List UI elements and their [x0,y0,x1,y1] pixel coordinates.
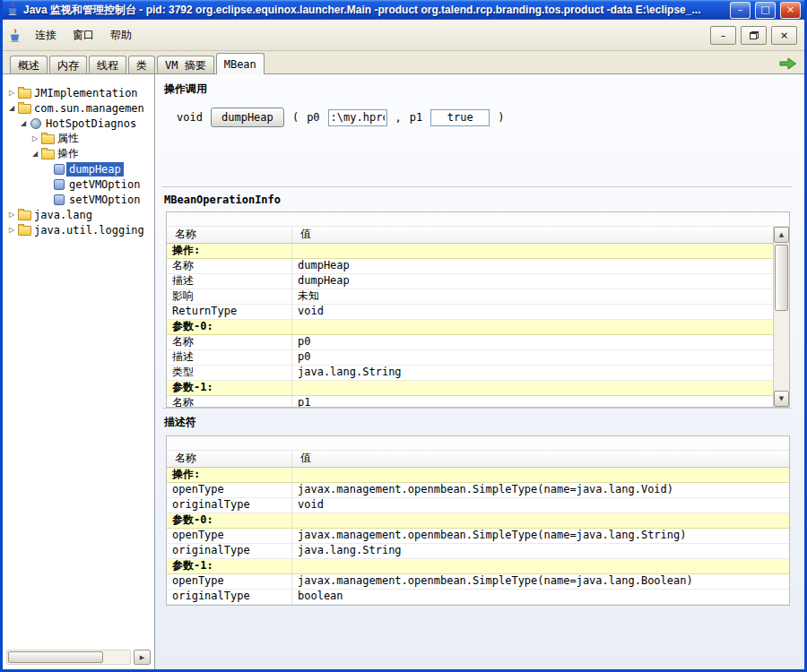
frame-restore-button[interactable] [741,26,767,45]
table-row[interactable]: 类型java.lang.String [167,366,773,381]
tab-overview[interactable]: 概述 [10,56,48,73]
column-header-name[interactable]: 名称 [167,451,292,467]
table-header-spacer [167,212,789,227]
cell-value: java.lang.String [292,366,773,380]
table-row[interactable]: 描述p0 [167,350,773,366]
cell-value: dumpHeap [292,259,773,273]
table-row[interactable]: openTypejavax.management.openmbean.Simpl… [167,574,789,590]
tab-vm-summary[interactable]: VM 摘要 [157,56,214,73]
column-header-value[interactable]: 值 [292,451,789,467]
mbean-tree[interactable]: ▷JMImplementation◢com.sun.managemen◢HotS… [3,74,154,648]
vscrollbar-thumb[interactable] [775,245,788,311]
java-app-icon [6,3,19,18]
table-row[interactable]: openTypejavax.management.openmbean.Simpl… [167,483,789,498]
table-row[interactable]: originalTypeboolean [167,590,789,605]
table-row[interactable]: originalTypevoid [167,498,789,513]
tree-item-com.sun.managemen[interactable]: ◢com.sun.managemen [3,100,154,116]
tree-item-java.lang[interactable]: ▷java.lang [3,207,154,222]
folder-icon [17,224,31,236]
menu-connection[interactable]: 连接 [27,25,65,46]
table-section-row[interactable]: 参数-1: [167,559,789,574]
tree-item-getVMOption[interactable]: getVMOption [3,177,154,192]
hscrollbar-track[interactable] [6,650,131,665]
frame-restore-icon [750,31,759,39]
table-section-row[interactable]: 参数-0: [167,513,789,529]
frame-close-button[interactable]: × [771,26,797,45]
mbean-detail-panel: 操作调用 void dumpHeap ( p0 , p1 ) MBeanOper… [155,74,804,669]
table-row[interactable]: 描述dumpHeap [167,274,773,289]
empty-area [162,606,792,669]
close-button[interactable]: × [780,2,801,19]
frame-minimize-button[interactable]: – [710,26,736,45]
expand-icon[interactable]: ▷ [6,226,17,234]
tree-item-操作[interactable]: ◢操作 [3,146,154,161]
maximize-button[interactable]: □ [755,2,776,19]
column-header-name[interactable]: 名称 [167,227,292,243]
column-header-value[interactable]: 值 [292,227,773,243]
title-bar[interactable]: Java 监视和管理控制台 - pid: 3792 org.eclipse.eq… [3,0,804,20]
table-vertical-scrollbar[interactable]: ▲ ▼ [773,227,789,407]
table-row[interactable]: 名称p1 [167,396,773,407]
p0-input[interactable] [328,109,387,126]
tree-item-属性[interactable]: ▷属性 [3,131,154,146]
tree-item-HotSpotDiagnos[interactable]: ◢HotSpotDiagnos [3,116,154,131]
tree-horizontal-scrollbar[interactable]: ▶ [6,650,151,665]
collapse-icon[interactable]: ◢ [30,150,40,158]
tree-item-label: dumpHeap [66,162,124,177]
table-section-row[interactable]: 操作: [167,244,773,259]
tab-mbean[interactable]: MBean [216,53,265,74]
cell-value: p0 [292,335,773,349]
tree-item-label: java.lang [31,208,95,222]
tree-item-label: getVMOption [66,177,143,192]
menu-help[interactable]: 帮助 [102,25,140,46]
tab-memory[interactable]: 内存 [49,56,87,73]
table-row[interactable]: 名称p0 [167,335,773,350]
minimize-button[interactable]: – [730,2,751,19]
tab-classes[interactable]: 类 [128,56,155,73]
table-section-row[interactable]: 参数-0: [167,320,773,335]
folder-icon [17,87,31,99]
internal-frame-controls: – × [710,26,799,45]
table-row[interactable]: openTypejavax.management.openmbean.Simpl… [167,529,789,544]
folder-icon [40,148,55,159]
hscrollbar-thumb[interactable] [8,651,103,663]
expand-icon[interactable]: ▷ [6,89,17,97]
window-title: Java 监视和管理控制台 - pid: 3792 org.eclipse.eq… [23,3,725,18]
table-section-row[interactable]: 操作: [167,468,789,483]
cell-name: 类型 [167,366,292,380]
vscrollbar-track[interactable] [774,244,789,390]
table-row[interactable]: 名称dumpHeap [167,259,773,274]
tree-item-JMImplementation[interactable]: ▷JMImplementation [3,85,154,100]
scroll-down-button[interactable]: ▼ [774,391,789,407]
operation-invocation-section: 操作调用 void dumpHeap ( p0 , p1 ) [162,78,792,186]
scroll-up-button[interactable]: ▲ [774,227,789,243]
cell-value: p1 [292,396,773,407]
menu-window[interactable]: 窗口 [65,25,102,46]
table-row[interactable]: originalTypejava.lang.String [167,544,789,559]
folder-icon [40,133,55,144]
table-row[interactable]: ReturnTypevoid [167,305,773,320]
tab-threads[interactable]: 线程 [89,56,126,73]
collapse-icon[interactable]: ◢ [6,104,17,112]
expand-icon[interactable]: ▷ [30,134,40,142]
scroll-down-icon: ▼ [779,395,784,402]
tree-item-dumpHeap[interactable]: dumpHeap [3,161,154,177]
operation-info-table-container: 名称值操作:名称dumpHeap描述dumpHeap影响未知ReturnType… [166,211,790,408]
tree-item-label: setVMOption [66,193,143,207]
collapse-icon[interactable]: ◢ [18,119,29,127]
tree-item-java.util.logging[interactable]: ▷java.util.logging [3,222,154,237]
table-row[interactable]: 影响未知 [167,289,773,305]
frame-close-icon: × [780,30,788,41]
cell-value: 未知 [292,289,773,304]
scroll-right-button[interactable]: ▶ [134,650,151,665]
cell-name: originalType [167,498,292,513]
table-body: 操作:openTypejavax.management.openmbean.Si… [167,468,789,605]
section-title-operation-invocation: 操作调用 [162,78,792,99]
invoke-dumpheap-button[interactable]: dumpHeap [211,108,284,127]
folder-icon [17,209,31,220]
expand-icon[interactable]: ▷ [6,211,17,219]
cell-name: 参数-1: [167,559,292,573]
table-section-row[interactable]: 参数-1: [167,381,773,396]
tree-item-setVMOption[interactable]: setVMOption [3,192,154,207]
p1-input[interactable] [430,109,490,126]
